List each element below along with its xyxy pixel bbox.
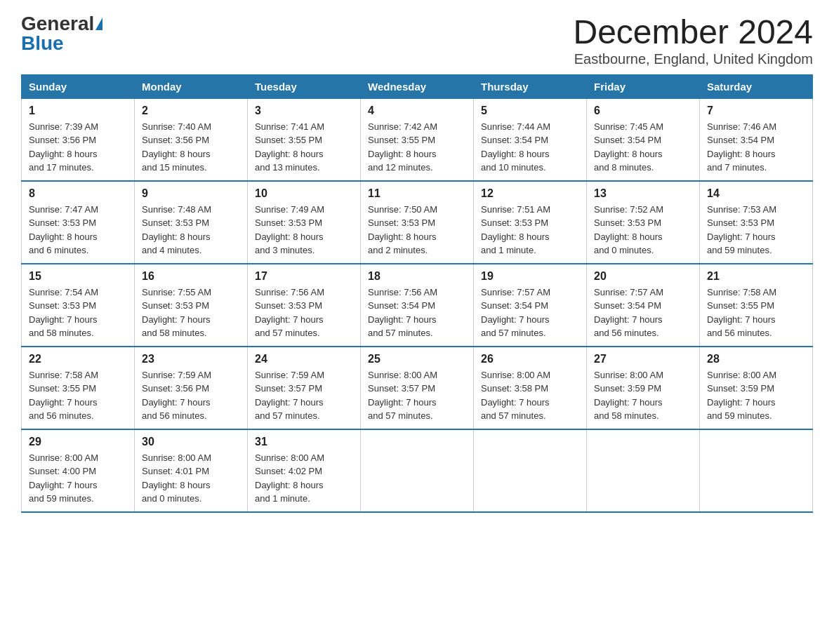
calendar-cell: 18Sunrise: 7:56 AMSunset: 3:54 PMDayligh…: [361, 264, 474, 347]
calendar-cell: 7Sunrise: 7:46 AMSunset: 3:54 PMDaylight…: [700, 98, 813, 181]
day-info: Sunrise: 7:54 AMSunset: 3:53 PMDaylight:…: [29, 286, 127, 340]
day-number: 24: [255, 353, 353, 365]
day-info: Sunrise: 7:49 AMSunset: 3:53 PMDaylight:…: [255, 203, 353, 257]
week-row-3: 15Sunrise: 7:54 AMSunset: 3:53 PMDayligh…: [22, 264, 813, 347]
calendar-cell: 12Sunrise: 7:51 AMSunset: 3:53 PMDayligh…: [474, 181, 587, 264]
calendar-cell: 19Sunrise: 7:57 AMSunset: 3:54 PMDayligh…: [474, 264, 587, 347]
day-header-friday: Friday: [587, 74, 700, 98]
day-info: Sunrise: 8:00 AMSunset: 3:58 PMDaylight:…: [481, 368, 579, 423]
calendar-cell: 14Sunrise: 7:53 AMSunset: 3:53 PMDayligh…: [700, 181, 813, 264]
day-number: 4: [368, 105, 466, 117]
calendar-cell: 2Sunrise: 7:40 AMSunset: 3:56 PMDaylight…: [135, 98, 248, 181]
day-number: 10: [255, 187, 353, 200]
day-info: Sunrise: 7:47 AMSunset: 3:53 PMDaylight:…: [29, 203, 127, 257]
calendar-cell: 22Sunrise: 7:58 AMSunset: 3:55 PMDayligh…: [22, 347, 135, 429]
day-number: 9: [142, 187, 240, 200]
day-number: 26: [481, 353, 579, 365]
calendar-cell: 3Sunrise: 7:41 AMSunset: 3:55 PMDaylight…: [248, 98, 361, 181]
day-number: 28: [707, 353, 805, 365]
day-header-wednesday: Wednesday: [361, 74, 474, 98]
calendar-cell: 4Sunrise: 7:42 AMSunset: 3:55 PMDaylight…: [361, 98, 474, 181]
logo-general-text: General: [21, 14, 94, 34]
day-info: Sunrise: 7:53 AMSunset: 3:53 PMDaylight:…: [707, 203, 805, 257]
day-number: 25: [368, 353, 466, 365]
day-info: Sunrise: 8:00 AMSunset: 3:57 PMDaylight:…: [368, 368, 466, 423]
day-info: Sunrise: 7:57 AMSunset: 3:54 PMDaylight:…: [481, 286, 579, 340]
day-number: 13: [594, 187, 692, 200]
calendar-title: December 2024: [573, 14, 813, 51]
calendar-cell: 15Sunrise: 7:54 AMSunset: 3:53 PMDayligh…: [22, 264, 135, 347]
day-info: Sunrise: 8:00 AMSunset: 4:00 PMDaylight:…: [29, 451, 127, 506]
calendar-table: SundayMondayTuesdayWednesdayThursdayFrid…: [21, 74, 813, 513]
day-info: Sunrise: 7:42 AMSunset: 3:55 PMDaylight:…: [368, 120, 466, 175]
day-header-sunday: Sunday: [22, 74, 135, 98]
day-info: Sunrise: 8:00 AMSunset: 3:59 PMDaylight:…: [594, 368, 692, 423]
day-info: Sunrise: 7:59 AMSunset: 3:56 PMDaylight:…: [142, 368, 240, 423]
day-number: 23: [142, 353, 240, 365]
calendar-cell: 31Sunrise: 8:00 AMSunset: 4:02 PMDayligh…: [248, 429, 361, 512]
day-number: 31: [255, 436, 353, 448]
calendar-cell: 17Sunrise: 7:56 AMSunset: 3:53 PMDayligh…: [248, 264, 361, 347]
calendar-cell: 29Sunrise: 8:00 AMSunset: 4:00 PMDayligh…: [22, 429, 135, 512]
title-area: December 2024 Eastbourne, England, Unite…: [573, 14, 813, 67]
calendar-cell: 30Sunrise: 8:00 AMSunset: 4:01 PMDayligh…: [135, 429, 248, 512]
week-row-4: 22Sunrise: 7:58 AMSunset: 3:55 PMDayligh…: [22, 347, 813, 429]
day-number: 29: [29, 436, 127, 448]
calendar-cell: [700, 429, 813, 512]
day-info: Sunrise: 7:51 AMSunset: 3:53 PMDaylight:…: [481, 203, 579, 257]
calendar-cell: 23Sunrise: 7:59 AMSunset: 3:56 PMDayligh…: [135, 347, 248, 429]
day-header-tuesday: Tuesday: [248, 74, 361, 98]
calendar-cell: 25Sunrise: 8:00 AMSunset: 3:57 PMDayligh…: [361, 347, 474, 429]
day-number: 7: [707, 105, 805, 117]
day-info: Sunrise: 7:48 AMSunset: 3:53 PMDaylight:…: [142, 203, 240, 257]
week-row-1: 1Sunrise: 7:39 AMSunset: 3:56 PMDaylight…: [22, 98, 813, 181]
calendar-cell: 8Sunrise: 7:47 AMSunset: 3:53 PMDaylight…: [22, 181, 135, 264]
day-info: Sunrise: 7:56 AMSunset: 3:53 PMDaylight:…: [255, 286, 353, 340]
calendar-cell: 20Sunrise: 7:57 AMSunset: 3:54 PMDayligh…: [587, 264, 700, 347]
day-info: Sunrise: 7:39 AMSunset: 3:56 PMDaylight:…: [29, 120, 127, 175]
logo-blue-text: Blue: [21, 34, 64, 53]
day-info: Sunrise: 7:57 AMSunset: 3:54 PMDaylight:…: [594, 286, 692, 340]
logo: General Blue: [21, 14, 102, 53]
calendar-cell: 24Sunrise: 7:59 AMSunset: 3:57 PMDayligh…: [248, 347, 361, 429]
calendar-cell: 26Sunrise: 8:00 AMSunset: 3:58 PMDayligh…: [474, 347, 587, 429]
day-info: Sunrise: 7:50 AMSunset: 3:53 PMDaylight:…: [368, 203, 466, 257]
day-info: Sunrise: 7:55 AMSunset: 3:53 PMDaylight:…: [142, 286, 240, 340]
week-row-5: 29Sunrise: 8:00 AMSunset: 4:00 PMDayligh…: [22, 429, 813, 512]
day-number: 12: [481, 187, 579, 200]
calendar-cell: 11Sunrise: 7:50 AMSunset: 3:53 PMDayligh…: [361, 181, 474, 264]
calendar-cell: 9Sunrise: 7:48 AMSunset: 3:53 PMDaylight…: [135, 181, 248, 264]
day-info: Sunrise: 7:52 AMSunset: 3:53 PMDaylight:…: [594, 203, 692, 257]
day-info: Sunrise: 8:00 AMSunset: 4:02 PMDaylight:…: [255, 451, 353, 506]
day-number: 6: [594, 105, 692, 117]
day-number: 30: [142, 436, 240, 448]
calendar-cell: 13Sunrise: 7:52 AMSunset: 3:53 PMDayligh…: [587, 181, 700, 264]
calendar-cell: [361, 429, 474, 512]
day-number: 14: [707, 187, 805, 200]
day-info: Sunrise: 7:45 AMSunset: 3:54 PMDaylight:…: [594, 120, 692, 175]
day-number: 17: [255, 270, 353, 283]
calendar-cell: 6Sunrise: 7:45 AMSunset: 3:54 PMDaylight…: [587, 98, 700, 181]
day-number: 18: [368, 270, 466, 283]
calendar-cell: 21Sunrise: 7:58 AMSunset: 3:55 PMDayligh…: [700, 264, 813, 347]
day-info: Sunrise: 8:00 AMSunset: 4:01 PMDaylight:…: [142, 451, 240, 506]
day-number: 2: [142, 105, 240, 117]
day-info: Sunrise: 7:44 AMSunset: 3:54 PMDaylight:…: [481, 120, 579, 175]
day-info: Sunrise: 7:56 AMSunset: 3:54 PMDaylight:…: [368, 286, 466, 340]
day-number: 21: [707, 270, 805, 283]
day-number: 8: [29, 187, 127, 200]
day-header-saturday: Saturday: [700, 74, 813, 98]
logo-triangle-icon: [95, 18, 102, 30]
day-header-thursday: Thursday: [474, 74, 587, 98]
day-info: Sunrise: 7:41 AMSunset: 3:55 PMDaylight:…: [255, 120, 353, 175]
page-header: General Blue December 2024 Eastbourne, E…: [21, 14, 813, 67]
day-number: 19: [481, 270, 579, 283]
calendar-cell: 27Sunrise: 8:00 AMSunset: 3:59 PMDayligh…: [587, 347, 700, 429]
calendar-cell: 16Sunrise: 7:55 AMSunset: 3:53 PMDayligh…: [135, 264, 248, 347]
day-number: 5: [481, 105, 579, 117]
calendar-cell: 1Sunrise: 7:39 AMSunset: 3:56 PMDaylight…: [22, 98, 135, 181]
day-info: Sunrise: 7:40 AMSunset: 3:56 PMDaylight:…: [142, 120, 240, 175]
calendar-cell: 10Sunrise: 7:49 AMSunset: 3:53 PMDayligh…: [248, 181, 361, 264]
day-info: Sunrise: 7:59 AMSunset: 3:57 PMDaylight:…: [255, 368, 353, 423]
day-number: 11: [368, 187, 466, 200]
